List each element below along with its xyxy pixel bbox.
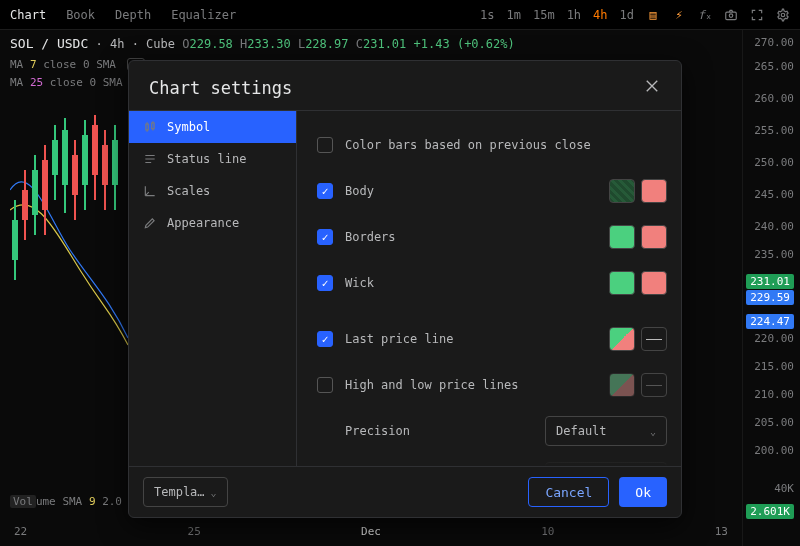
color-swatch-combo[interactable] <box>609 327 635 351</box>
precision-select[interactable]: Default ⌄ <box>545 416 667 446</box>
template-label: Templa… <box>154 485 205 499</box>
line-style-select[interactable] <box>641 327 667 351</box>
ohlc-close: 231.01 <box>363 37 406 51</box>
tab-book[interactable]: Book <box>66 8 95 22</box>
top-bar: Chart Book Depth Equalizer 1s 1m 15m 1h … <box>0 0 800 30</box>
option-label: Body <box>345 184 597 198</box>
price-tick: 240.00 <box>754 220 794 233</box>
svg-rect-8 <box>34 155 36 235</box>
option-label: Precision <box>345 424 533 438</box>
sidebar-item-appearance[interactable]: Appearance <box>129 207 296 239</box>
line-style-select[interactable] <box>641 373 667 397</box>
price-tick: 205.00 <box>754 416 794 429</box>
price-tick: 255.00 <box>754 124 794 137</box>
interval-4h[interactable]: 4h <box>593 8 607 22</box>
vol-tag: 2.601K <box>746 504 794 519</box>
svg-rect-14 <box>64 118 66 213</box>
option-color-prev-close[interactable]: Color bars based on previous close <box>317 129 673 161</box>
modal-sidebar: Symbol Status line Scales Appearance <box>129 111 297 466</box>
option-borders: Borders <box>317 221 673 253</box>
tab-depth[interactable]: Depth <box>115 8 151 22</box>
price-tick: 235.00 <box>754 248 794 261</box>
fx-icon[interactable]: fₓ <box>698 8 712 22</box>
xtick: 13 <box>715 525 728 538</box>
option-wick: Wick <box>317 267 673 299</box>
color-swatch-down[interactable] <box>641 225 667 249</box>
last-price-tag: 231.01 <box>746 274 794 289</box>
option-high-low-lines: High and low price lines <box>317 369 673 401</box>
modal-title: Chart settings <box>149 78 292 98</box>
settings-icon[interactable] <box>776 8 790 22</box>
option-label: Wick <box>345 276 597 290</box>
option-label: Last price line <box>345 332 597 346</box>
ok-button[interactable]: Ok <box>619 477 667 507</box>
price-tick: 270.00 <box>754 36 794 49</box>
pair-label: SOL / USDC <box>10 36 88 51</box>
option-label: Borders <box>345 230 597 244</box>
template-button[interactable]: Templa… ⌄ <box>143 477 228 507</box>
color-swatch-up[interactable] <box>609 271 635 295</box>
color-swatch-up[interactable] <box>609 179 635 203</box>
sidebar-item-label: Scales <box>167 184 210 198</box>
tab-equalizer[interactable]: Equalizer <box>171 8 236 22</box>
checkbox[interactable] <box>317 377 333 393</box>
modal-content: Color bars based on previous close Body … <box>297 111 681 466</box>
select-value: Default <box>556 424 607 438</box>
svg-rect-18 <box>84 120 86 210</box>
price-axis[interactable]: 270.00 265.00 260.00 255.00 250.00 245.0… <box>742 30 800 546</box>
cancel-button[interactable]: Cancel <box>528 477 609 507</box>
timezone-select[interactable]: UTC ⌄ <box>545 462 667 466</box>
tab-chart[interactable]: Chart <box>10 8 46 22</box>
price-tick: 250.00 <box>754 156 794 169</box>
svg-rect-0 <box>726 12 737 20</box>
fullscreen-icon[interactable] <box>750 8 764 22</box>
time-axis: 22 25 Dec 10 13 <box>0 525 742 538</box>
checkbox[interactable] <box>317 331 333 347</box>
chevron-down-icon: ⌄ <box>211 487 217 498</box>
price-tick: 215.00 <box>754 360 794 373</box>
ohlc-pct: (+0.62%) <box>457 37 515 51</box>
modal-header: Chart settings <box>129 61 681 111</box>
svg-rect-6 <box>24 170 26 240</box>
svg-rect-4 <box>14 200 16 280</box>
svg-rect-12 <box>54 125 56 200</box>
price-tick: 200.00 <box>754 444 794 457</box>
option-last-price-line: Last price line <box>317 323 673 355</box>
interval-15m[interactable]: 15m <box>533 8 555 22</box>
ma-price-tag: 224.47 <box>746 314 794 329</box>
price-tick: 220.00 <box>754 332 794 345</box>
xtick: 25 <box>188 525 201 538</box>
option-label: Color bars based on previous close <box>345 138 673 152</box>
svg-rect-22 <box>104 130 106 210</box>
svg-point-2 <box>781 13 785 17</box>
ticker-line: SOL / USDC · 4h · Cube O229.58 H233.30 L… <box>10 36 515 51</box>
color-swatch-down[interactable] <box>641 271 667 295</box>
camera-icon[interactable] <box>724 8 738 22</box>
sidebar-item-symbol[interactable]: Symbol <box>129 111 296 143</box>
sidebar-item-scales[interactable]: Scales <box>129 175 296 207</box>
option-precision: Precision Default ⌄ <box>317 415 673 447</box>
checkbox[interactable] <box>317 137 333 153</box>
ma25-line: MA 25 close 0 SMA <box>10 76 123 89</box>
color-swatch-up[interactable] <box>609 225 635 249</box>
color-swatch-combo[interactable] <box>609 373 635 397</box>
option-body: Body <box>317 175 673 207</box>
ohlc-low: 228.97 <box>305 37 348 51</box>
interval-1m[interactable]: 1m <box>507 8 521 22</box>
checkbox[interactable] <box>317 275 333 291</box>
sidebar-item-status-line[interactable]: Status line <box>129 143 296 175</box>
svg-rect-24 <box>114 125 116 210</box>
axes-icon <box>143 184 157 198</box>
indicators-icon[interactable]: ▤ <box>646 8 660 22</box>
interval-1d[interactable]: 1d <box>620 8 634 22</box>
alert-icon[interactable]: ⚡ <box>672 8 686 22</box>
checkbox[interactable] <box>317 229 333 245</box>
close-icon[interactable] <box>643 77 661 98</box>
sidebar-item-label: Appearance <box>167 216 239 230</box>
interval-1h[interactable]: 1h <box>567 8 581 22</box>
checkbox[interactable] <box>317 183 333 199</box>
interval-1s[interactable]: 1s <box>480 8 494 22</box>
color-swatch-down[interactable] <box>641 179 667 203</box>
ohlc-high: 233.30 <box>247 37 290 51</box>
price-tick: 265.00 <box>754 60 794 73</box>
